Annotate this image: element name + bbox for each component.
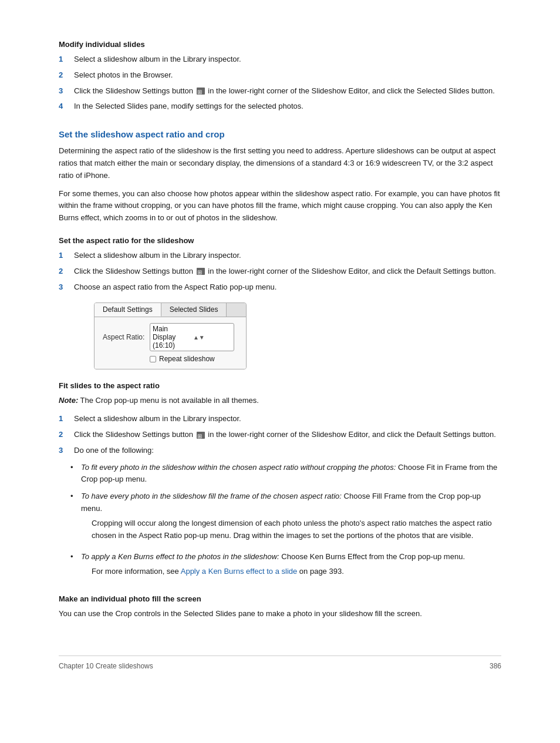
bullet-list-fit: • To fit every photo in the slideshow wi… (59, 462, 501, 583)
step-number: 1 (59, 413, 72, 425)
section-heading-set-ratio: Set the aspect ratio for the slideshow (59, 236, 501, 245)
step-item: 3 Do one of the following: (59, 445, 501, 457)
step-content: Select a slideshow album in the Library … (74, 413, 501, 425)
step-number: 3 (59, 445, 72, 457)
step-content: Click the Slideshow Settings button in t… (74, 85, 501, 98)
step-number: 3 (59, 85, 72, 98)
step-content: Click the Slideshow Settings button in t… (74, 265, 501, 278)
ui-widget-body: Aspect Ratio: Main Display (16:10) ▲▼ Re… (95, 317, 246, 369)
slideshow-settings-icon (197, 88, 205, 95)
section-heading-fit-slides: Fit slides to the aspect ratio (59, 381, 501, 390)
section-heading-fill-screen: Make an individual photo fill the screen (59, 594, 501, 603)
ui-widget-screenshot: Default Settings Selected Slides Aspect … (94, 302, 247, 369)
tab-default-settings[interactable]: Default Settings (95, 303, 161, 317)
bullet-item-fill-frame: • To have every photo in the slideshow f… (70, 490, 501, 546)
step-item: 3 Choose an aspect ratio from the Aspect… (59, 281, 501, 294)
section-heading-aspect-ratio: Set the slideshow aspect ratio and crop (59, 129, 501, 139)
bullet-icon: • (70, 490, 79, 503)
step-item: 2 Select photos in the Browser. (59, 69, 501, 82)
step-content: Click the Slideshow Settings button in t… (74, 429, 501, 441)
section-para1: Determining the aspect ratio of the slid… (59, 145, 501, 181)
bullet-italic: To apply a Ken Burns effect to the photo… (81, 552, 279, 561)
step-item: 1 Select a slideshow album in the Librar… (59, 250, 501, 262)
section5-para: You can use the Crop controls in the Sel… (59, 608, 501, 620)
bullet-content: To have every photo in the slideshow fil… (81, 490, 501, 546)
step-number: 1 (59, 250, 72, 262)
sub-para-cropping: Cropping will occur along the longest di… (92, 517, 501, 542)
aspect-ratio-label: Aspect Ratio: (103, 333, 150, 341)
step-number: 4 (59, 100, 72, 113)
section-heading-modify: Modify individual slides (59, 40, 501, 49)
note-paragraph: Note: The Crop pop-up menu is not availa… (59, 395, 501, 407)
repeat-checkbox[interactable] (150, 356, 156, 362)
step-item: 1 Select a slideshow album in the Librar… (59, 413, 501, 425)
step-item: 1 Select a slideshow album in the Librar… (59, 53, 501, 66)
step-item: 2 Click the Slideshow Settings button in… (59, 429, 501, 441)
steps-list-ratio: 1 Select a slideshow album in the Librar… (59, 250, 501, 293)
aspect-ratio-select[interactable]: Main Display (16:10) ▲▼ (150, 323, 234, 351)
steps-list-modify: 1 Select a slideshow album in the Librar… (59, 53, 501, 113)
step-number: 3 (59, 281, 72, 294)
step-item: 4 In the Selected Slides pane, modify se… (59, 100, 501, 113)
note-label: Note: (59, 396, 78, 405)
step-content: Select photos in the Browser. (74, 69, 501, 82)
slideshow-settings-icon-3 (197, 432, 205, 439)
ui-widget-tabs: Default Settings Selected Slides (95, 303, 246, 317)
slideshow-settings-icon-2 (197, 268, 205, 275)
step-content: Do one of the following: (74, 445, 501, 457)
chapter-label: Chapter 10 Create slideshows (59, 662, 153, 670)
page-number: 386 (490, 662, 501, 670)
bullet-italic: To fit every photo in the slideshow with… (81, 463, 396, 472)
aspect-ratio-row: Aspect Ratio: Main Display (16:10) ▲▼ (103, 323, 238, 351)
section-para2: For some themes, you can also choose how… (59, 188, 501, 224)
step-content: Select a slideshow album in the Library … (74, 250, 501, 262)
bullet-item-ken-burns: • To apply a Ken Burns effect to the pho… (70, 551, 501, 583)
page-footer: Chapter 10 Create slideshows 386 (59, 655, 501, 670)
step-number: 2 (59, 265, 72, 278)
step-content: In the Selected Slides pane, modify sett… (74, 100, 501, 113)
bullet-italic: To have every photo in the slideshow fil… (81, 492, 342, 500)
step-item: 2 Click the Slideshow Settings button in… (59, 265, 501, 278)
bullet-icon: • (70, 551, 79, 563)
repeat-label: Repeat slideshow (159, 355, 215, 363)
sub-para-ken-burns: For more information, see Apply a Ken Bu… (92, 566, 501, 578)
step-content: Select a slideshow album in the Library … (74, 53, 501, 66)
bullet-icon: • (70, 462, 79, 474)
note-text: The Crop pop-up menu is not available in… (80, 396, 259, 405)
tab-selected-slides[interactable]: Selected Slides (161, 303, 227, 317)
select-arrow-icon: ▲▼ (193, 334, 231, 341)
step-number: 2 (59, 69, 72, 82)
bullet-content: To apply a Ken Burns effect to the photo… (81, 551, 501, 583)
bullet-item-fit-frame: • To fit every photo in the slideshow wi… (70, 462, 501, 486)
step-number: 1 (59, 53, 72, 66)
bullet-content: To fit every photo in the slideshow with… (81, 462, 501, 486)
ken-burns-link[interactable]: Apply a Ken Burns effect to a slide (181, 567, 298, 576)
steps-list-fit: 1 Select a slideshow album in the Librar… (59, 413, 501, 456)
page-container: Modify individual slides 1 Select a slid… (0, 0, 560, 705)
step-number: 2 (59, 429, 72, 441)
step-item: 3 Click the Slideshow Settings button in… (59, 85, 501, 98)
repeat-slideshow-row: Repeat slideshow (150, 355, 238, 363)
step-content: Choose an aspect ratio from the Aspect R… (74, 281, 501, 294)
aspect-ratio-value: Main Display (16:10) (153, 325, 191, 349)
